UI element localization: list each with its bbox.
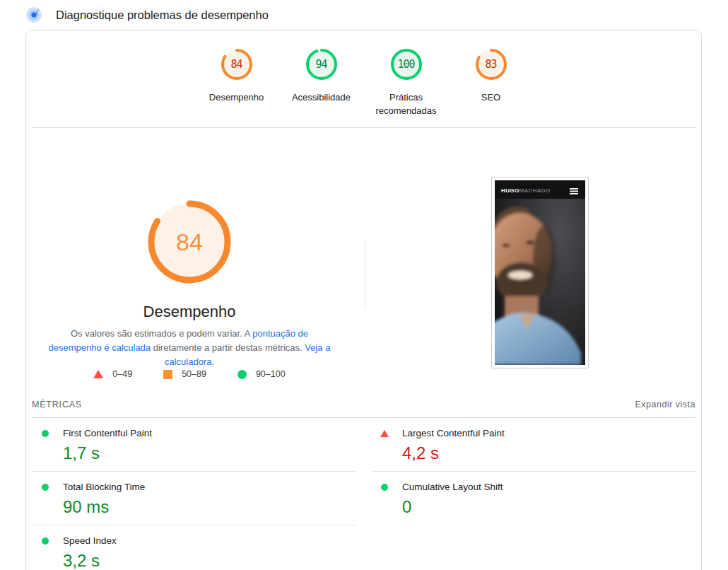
metrics-heading: MÉTRICAS	[32, 400, 82, 409]
legend-item-fail: 0–49	[93, 369, 132, 379]
legend-item-pass: 90–100	[237, 369, 286, 379]
metric-value: 0	[402, 497, 695, 517]
site-brand-bold: HUGO	[501, 187, 519, 194]
report-card: 84 Desempenho 94 Acessibilidade 100	[25, 30, 702, 570]
gauge-ring: 94	[305, 47, 339, 81]
metric-value: 3,2 s	[63, 551, 356, 570]
fail-triangle-icon	[380, 430, 389, 437]
page-header: Diagnostique problemas de desempenho	[0, 0, 728, 30]
fail-triangle-icon	[93, 370, 103, 378]
score-value: 100	[389, 47, 423, 81]
svg-text:HUGOMACHADO: HUGOMACHADO	[501, 187, 550, 194]
score-label: Desempenho	[194, 91, 279, 104]
vertical-divider	[365, 240, 365, 308]
metric-name: Cumulative Layout Shift	[402, 482, 503, 492]
hamburger-menu-icon	[570, 188, 578, 194]
metrics-column-left: First Contentful Paint 1,7 s Total Block…	[32, 418, 356, 570]
score-label: SEO	[449, 91, 534, 104]
pagespeed-logo-icon	[25, 6, 42, 23]
pass-circle-icon	[42, 537, 49, 545]
legend-item-average: 50–89	[163, 369, 206, 379]
legend-range: 0–49	[112, 369, 132, 379]
site-brand-rest: MACHADO	[519, 187, 551, 194]
score-gauge-desempenho[interactable]: 84 Desempenho	[194, 47, 279, 117]
gauge-ring: 83	[474, 47, 508, 81]
metric-name: Largest Contentful Paint	[402, 428, 505, 438]
performance-score-value: 84	[147, 199, 232, 284]
legend-range: 90–100	[256, 369, 286, 379]
screenshot-image: HUGOMACHADO	[495, 180, 585, 365]
expand-view-button[interactable]: Expandir vista	[635, 400, 695, 409]
metric-name: First Contentful Paint	[63, 428, 152, 438]
metrics-column-right: Largest Contentful Paint 4,2 s Cumulativ…	[371, 418, 695, 570]
pass-circle-icon	[237, 370, 247, 379]
page-title: Diagnostique problemas de desempenho	[56, 8, 269, 22]
pass-circle-icon	[42, 430, 49, 437]
score-label: Acessibilidade	[279, 91, 364, 104]
score-value: 94	[305, 47, 339, 81]
score-gauge-praticas-recomendadas[interactable]: 100 Práticas recomendadas	[364, 47, 449, 117]
gauge-ring: 84	[220, 47, 254, 81]
metric-row-largest-contentful-paint: Largest Contentful Paint 4,2 s	[371, 418, 695, 472]
average-square-icon	[163, 370, 172, 379]
score-gauge-seo[interactable]: 83 SEO	[449, 47, 534, 117]
metric-row-speed-index: Speed Index 3,2 s	[32, 525, 356, 570]
score-label: Práticas recomendadas	[364, 91, 449, 117]
performance-gauge: 84	[147, 199, 232, 284]
pass-circle-icon	[42, 484, 49, 491]
metric-row-total-blocking-time: Total Blocking Time 90 ms	[32, 472, 356, 525]
metrics-header: MÉTRICAS Expandir vista	[32, 392, 695, 418]
description-text: Os valores são estimados e podem variar.…	[71, 328, 252, 339]
metric-row-first-contentful-paint: First Contentful Paint 1,7 s	[32, 418, 356, 472]
gauge-ring: 100	[389, 47, 423, 81]
performance-summary-section: 84 Desempenho Os valores são estimados e…	[26, 128, 701, 392]
metric-name: Total Blocking Time	[63, 482, 145, 492]
score-value: 83	[474, 47, 508, 81]
metric-value: 1,7 s	[63, 443, 356, 463]
pass-circle-icon	[381, 484, 388, 491]
category-scores-row: 84 Desempenho 94 Acessibilidade 100	[26, 30, 701, 127]
metric-row-cumulative-layout-shift: Cumulative Layout Shift 0	[371, 472, 695, 525]
page-screenshot-thumbnail[interactable]: HUGOMACHADO	[491, 177, 589, 368]
score-gauge-acessibilidade[interactable]: 94 Acessibilidade	[279, 47, 364, 117]
score-legend: 0–49 50–89 90–100	[26, 369, 353, 379]
score-value: 84	[220, 47, 254, 81]
metric-value: 4,2 s	[402, 443, 695, 463]
metric-value: 90 ms	[63, 497, 356, 517]
metrics-grid: First Contentful Paint 1,7 s Total Block…	[32, 418, 695, 570]
performance-title: Desempenho	[26, 303, 353, 321]
metric-name: Speed Index	[63, 535, 117, 546]
legend-range: 50–89	[182, 369, 206, 379]
description-text: diretamente a partir destas métricas.	[151, 342, 305, 353]
performance-description: Os valores são estimados e podem variar.…	[45, 327, 334, 369]
